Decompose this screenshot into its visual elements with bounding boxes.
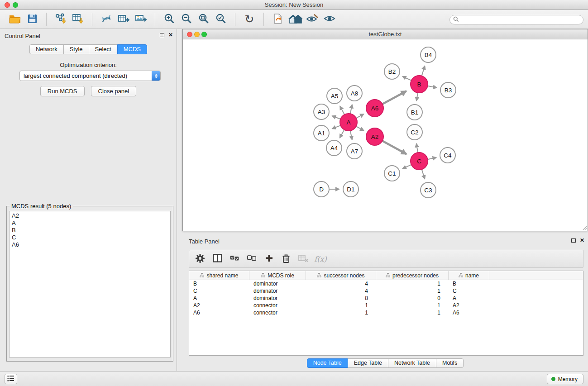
edge-A6-B[interactable]	[382, 91, 406, 104]
select-all-button[interactable]	[227, 252, 242, 266]
import-network-button[interactable]	[52, 11, 69, 28]
table-row[interactable]: Bdominator41B	[189, 280, 583, 287]
open-session-button[interactable]	[6, 11, 24, 28]
ndex-home-button[interactable]	[287, 11, 304, 28]
zoom-fit-button[interactable]	[195, 11, 212, 28]
node-D1[interactable]: D1	[343, 181, 359, 197]
column-header[interactable]: shared name	[189, 271, 249, 280]
edge-A-A8[interactable]	[350, 105, 352, 114]
mcds-result-item[interactable]: C	[12, 234, 170, 241]
edge-C-C4[interactable]	[428, 157, 436, 159]
edge-A-A6[interactable]	[356, 114, 364, 118]
criterion-dropdown[interactable]: largest connected component (directed)	[19, 71, 161, 81]
search-field[interactable]	[449, 15, 583, 24]
network-canvas[interactable]: AA6A2BCA1A3A4A5A7A8B1B2B3B4C1C2C3C4DD1	[183, 39, 588, 231]
column-header[interactable]: MCDS role	[249, 271, 306, 280]
hide-details-button[interactable]	[304, 11, 321, 28]
mcds-result-item[interactable]: A	[12, 219, 170, 227]
unselect-all-button[interactable]	[244, 252, 259, 266]
show-details-button[interactable]	[321, 11, 338, 28]
node-A8[interactable]: A8	[347, 86, 362, 101]
edge-B-B4[interactable]	[422, 66, 425, 76]
node-B2[interactable]: B2	[384, 64, 400, 79]
run-mcds-button[interactable]: Run MCDS	[40, 86, 85, 96]
function-builder-button[interactable]: f(x)	[313, 252, 328, 266]
show-columns-button[interactable]	[210, 252, 225, 266]
node-C3[interactable]: C3	[421, 182, 436, 198]
delete-table-button[interactable]	[296, 252, 311, 266]
add-row-button[interactable]	[262, 252, 276, 266]
tab-style[interactable]: Style	[63, 44, 89, 54]
column-header[interactable]: successor nodes	[306, 271, 376, 280]
task-history-button[interactable]	[5, 374, 17, 384]
save-session-button[interactable]	[24, 11, 41, 28]
export-image-button[interactable]	[132, 11, 149, 28]
tab-motifs[interactable]: Motifs	[436, 358, 464, 368]
delete-row-button[interactable]	[279, 252, 293, 266]
table-row[interactable]: Cdominator41C	[189, 287, 583, 295]
zoom-selected-button[interactable]	[212, 11, 229, 28]
close-table-panel-icon[interactable]: ✕	[580, 238, 584, 243]
node-A[interactable]: A	[340, 114, 357, 131]
edge-C-C3[interactable]	[422, 169, 425, 179]
node-C4[interactable]: C4	[440, 148, 455, 163]
node-A2[interactable]: A2	[366, 128, 383, 145]
node-A6[interactable]: A6	[366, 100, 383, 117]
zoom-out-button[interactable]	[178, 11, 195, 28]
column-header[interactable]: name	[449, 271, 489, 280]
table-settings-button[interactable]	[193, 252, 207, 266]
node-B4[interactable]: B4	[421, 47, 436, 62]
search-input[interactable]	[461, 16, 583, 24]
node-A5[interactable]: A5	[327, 88, 342, 104]
table-row[interactable]: Adominator80A	[189, 295, 583, 302]
import-table-button[interactable]	[69, 11, 86, 28]
memory-button[interactable]: Memory	[547, 374, 583, 384]
tab-mcds[interactable]: MCDS	[117, 44, 147, 54]
apply-layout-button[interactable]: ↻	[241, 11, 258, 28]
network-window-titlebar[interactable]: testGlobe.txt	[183, 29, 588, 39]
zoom-in-button[interactable]	[161, 11, 178, 28]
node-D[interactable]: D	[314, 181, 329, 197]
edge-A-A3[interactable]	[332, 116, 340, 119]
node-C2[interactable]: C2	[407, 124, 422, 140]
node-A7[interactable]: A7	[347, 143, 362, 159]
edge-A-A7[interactable]	[350, 131, 352, 140]
node-C1[interactable]: C1	[384, 166, 400, 181]
node-B1[interactable]: B1	[407, 105, 422, 120]
mcds-result-item[interactable]: A2	[12, 212, 170, 219]
mcds-result-list[interactable]: A2ABCA6	[9, 211, 171, 357]
node-B[interactable]: B	[411, 76, 428, 93]
float-table-panel-icon[interactable]	[571, 238, 576, 243]
tab-network[interactable]: Network	[29, 44, 64, 54]
edge-A-A4[interactable]	[340, 130, 344, 138]
node-C[interactable]: C	[411, 152, 428, 170]
node-table[interactable]: shared nameMCDS rolesuccessor nodesprede…	[189, 271, 583, 356]
close-panel-icon[interactable]: ✕	[168, 33, 173, 37]
tab-edge-table[interactable]: Edge Table	[348, 358, 388, 368]
mcds-result-item[interactable]: B	[12, 227, 170, 234]
resize-grip[interactable]	[582, 225, 587, 230]
close-panel-button[interactable]: Close panel	[91, 86, 137, 96]
node-B3[interactable]: B3	[440, 82, 456, 98]
session-page-button[interactable]	[269, 11, 287, 28]
table-row[interactable]: A6connector11A6	[189, 309, 583, 316]
export-network-button[interactable]	[98, 11, 115, 28]
float-panel-icon[interactable]	[160, 33, 164, 37]
table-row[interactable]: A2connector11A2	[189, 302, 583, 309]
node-A3[interactable]: A3	[314, 104, 329, 119]
node-A1[interactable]: A1	[314, 125, 329, 141]
edge-B-B3[interactable]	[428, 86, 437, 88]
mcds-result-item[interactable]: A6	[12, 241, 170, 248]
edge-A2-C[interactable]	[382, 141, 406, 154]
column-header[interactable]: predecessor nodes	[376, 271, 449, 280]
edge-C-C1[interactable]	[403, 165, 411, 169]
edge-A-A2[interactable]	[356, 126, 364, 130]
edge-C-C2[interactable]	[416, 144, 418, 153]
tab-node-table[interactable]: Node Table	[307, 358, 348, 368]
export-table-button[interactable]	[115, 11, 132, 28]
edge-A-A5[interactable]	[340, 106, 344, 114]
edge-B-B2[interactable]	[403, 76, 411, 81]
edge-A-A1[interactable]	[332, 125, 340, 129]
node-A4[interactable]: A4	[326, 140, 342, 156]
tab-select[interactable]: Select	[89, 44, 118, 54]
